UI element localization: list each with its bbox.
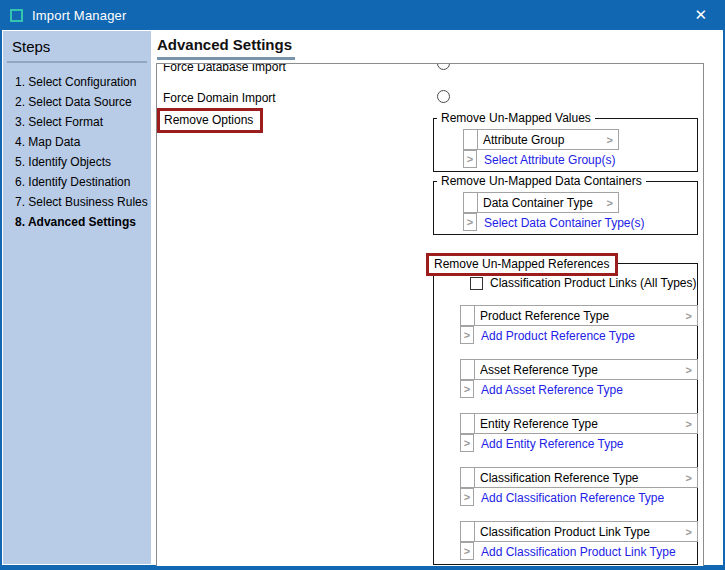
group-tables: Data Container Type>>Select Data Contain… (463, 192, 619, 232)
table-link-row: >Add Product Reference Type (460, 326, 698, 345)
table-header-cell[interactable]: Classification Reference Type> (474, 467, 698, 488)
group-remove-unmapped-data-containers: Remove Un-Mapped Data ContainersData Con… (433, 181, 698, 235)
table-corner-cell (460, 413, 474, 434)
action-link[interactable]: Add Asset Reference Type (474, 383, 623, 397)
table-corner-cell (463, 192, 477, 213)
table-link-row: >Add Asset Reference Type (460, 380, 698, 399)
table-header-label: Entity Reference Type (480, 417, 598, 431)
group-tables: Attribute Group>>Select Attribute Group(… (463, 129, 619, 169)
table-header-label: Product Reference Type (480, 309, 609, 323)
group-legend: Remove Un-Mapped Values (437, 111, 595, 125)
table-corner-cell (460, 305, 474, 326)
sidebar-step-item[interactable]: 3. Select Format (15, 112, 151, 132)
title-bar: Import Manager ✕ (0, 0, 725, 30)
chevron-right-icon: > (601, 197, 613, 209)
table-header-cell[interactable]: Classification Product Link Type> (474, 521, 698, 542)
table-link-row: >Add Classification Product Link Type (460, 542, 698, 561)
row-expand-icon[interactable]: > (460, 488, 474, 506)
app-icon (10, 9, 23, 22)
table-link-row: >Select Data Container Type(s) (463, 213, 619, 232)
table-link-row: >Add Entity Reference Type (460, 434, 698, 453)
row-expand-icon[interactable]: > (463, 213, 477, 231)
row-expand-icon[interactable]: > (460, 542, 474, 560)
table-header-row: Entity Reference Type> (460, 413, 698, 434)
table-header-cell[interactable]: Product Reference Type> (474, 305, 698, 326)
remove-options-label: Remove Options (164, 113, 253, 127)
table-header-cell[interactable]: Data Container Type> (477, 192, 619, 213)
force-database-import-radio[interactable] (437, 63, 450, 70)
action-link[interactable]: Add Entity Reference Type (474, 437, 624, 451)
table-header-label: Data Container Type (483, 196, 593, 210)
page-title-underline (157, 57, 295, 60)
page-title: Advanced Settings (157, 36, 292, 53)
row-expand-icon[interactable]: > (460, 434, 474, 452)
reference-table: Classification Product Link Type>>Add Cl… (460, 521, 698, 561)
table-header-cell[interactable]: Asset Reference Type> (474, 359, 698, 380)
chevron-right-icon: > (680, 310, 692, 322)
sidebar-step-item[interactable]: 8. Advanced Settings (15, 212, 151, 232)
group-remove-unmapped-values: Remove Un-Mapped ValuesAttribute Group>>… (433, 118, 698, 172)
chevron-right-icon: > (601, 134, 613, 146)
table-header-row: Product Reference Type> (460, 305, 698, 326)
table-corner-cell (460, 521, 474, 542)
chevron-right-icon: > (680, 472, 692, 484)
classification-product-links-row: Classification Product Links (All Types) (470, 276, 697, 290)
dialog-body: Steps 1. Select Configuration2. Select D… (2, 30, 723, 565)
reference-table: Attribute Group>>Select Attribute Group(… (463, 129, 619, 169)
action-link[interactable]: Add Product Reference Type (474, 329, 635, 343)
table-header-cell[interactable]: Entity Reference Type> (474, 413, 698, 434)
table-header-row: Classification Product Link Type> (460, 521, 698, 542)
sidebar-step-item[interactable]: 7. Select Business Rules (15, 192, 151, 212)
table-header-label: Asset Reference Type (480, 363, 598, 377)
row-expand-icon[interactable]: > (463, 150, 477, 168)
table-link-row: >Add Classification Reference Type (460, 488, 698, 507)
chevron-right-icon: > (680, 526, 692, 538)
classification-product-links-checkbox[interactable] (470, 277, 483, 290)
table-header-label: Classification Reference Type (480, 471, 639, 485)
table-corner-cell (463, 129, 477, 150)
sidebar-step-item[interactable]: 5. Identify Objects (15, 152, 151, 172)
steps-list: 1. Select Configuration2. Select Data So… (3, 63, 151, 232)
row-expand-icon[interactable]: > (460, 380, 474, 398)
settings-panel: Force Database Import Force Domain Impor… (156, 63, 704, 566)
group-legend: Remove Un-Mapped References (426, 253, 618, 276)
group-tables: Product Reference Type>>Add Product Refe… (460, 305, 698, 561)
table-link-row: >Select Attribute Group(s) (463, 150, 619, 169)
reference-table: Data Container Type>>Select Data Contain… (463, 192, 619, 232)
reference-table: Product Reference Type>>Add Product Refe… (460, 305, 698, 345)
remove-options-highlight: Remove Options (157, 108, 263, 133)
steps-title: Steps (3, 38, 151, 55)
import-manager-window: Import Manager ✕ Steps 1. Select Configu… (0, 0, 725, 570)
table-corner-cell (460, 359, 474, 380)
force-database-import-label: Force Database Import (163, 63, 286, 74)
table-header-row: Data Container Type> (463, 192, 619, 213)
group-legend: Remove Un-Mapped Data Containers (437, 174, 646, 188)
close-icon[interactable]: ✕ (686, 0, 715, 30)
reference-table: Classification Reference Type>>Add Class… (460, 467, 698, 507)
sidebar-step-item[interactable]: 2. Select Data Source (15, 92, 151, 112)
chevron-right-icon: > (680, 364, 692, 376)
group-remove-unmapped-references: Remove Un-Mapped ReferencesClassificatio… (433, 263, 698, 565)
table-header-row: Attribute Group> (463, 129, 619, 150)
table-header-label: Classification Product Link Type (480, 525, 650, 539)
sidebar-step-item[interactable]: 4. Map Data (15, 132, 151, 152)
row-expand-icon[interactable]: > (460, 326, 474, 344)
table-header-row: Classification Reference Type> (460, 467, 698, 488)
force-domain-import-label: Force Domain Import (163, 91, 276, 105)
checkbox-label: Classification Product Links (All Types) (483, 276, 697, 290)
chevron-right-icon: > (680, 418, 692, 430)
action-link[interactable]: Add Classification Product Link Type (474, 545, 676, 559)
table-corner-cell (460, 467, 474, 488)
action-link[interactable]: Select Attribute Group(s) (477, 153, 615, 167)
table-header-label: Attribute Group (483, 133, 564, 147)
steps-sidebar: Steps 1. Select Configuration2. Select D… (3, 31, 151, 564)
sidebar-step-item[interactable]: 6. Identify Destination (15, 172, 151, 192)
reference-table: Entity Reference Type>>Add Entity Refere… (460, 413, 698, 453)
table-header-cell[interactable]: Attribute Group> (477, 129, 619, 150)
action-link[interactable]: Select Data Container Type(s) (477, 216, 645, 230)
action-link[interactable]: Add Classification Reference Type (474, 491, 664, 505)
window-title: Import Manager (32, 8, 127, 23)
sidebar-step-item[interactable]: 1. Select Configuration (15, 72, 151, 92)
reference-table: Asset Reference Type>>Add Asset Referenc… (460, 359, 698, 399)
force-domain-import-radio[interactable] (437, 90, 450, 103)
